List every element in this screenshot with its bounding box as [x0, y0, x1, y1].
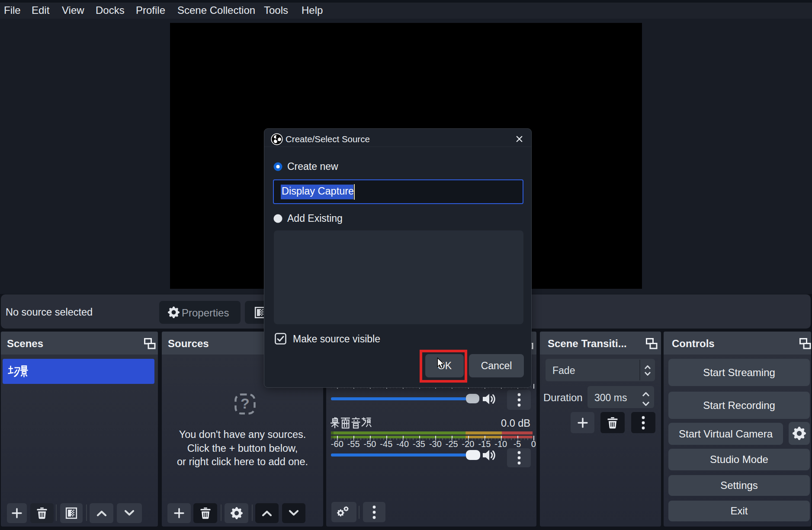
svg-text:?: ? [241, 395, 250, 412]
